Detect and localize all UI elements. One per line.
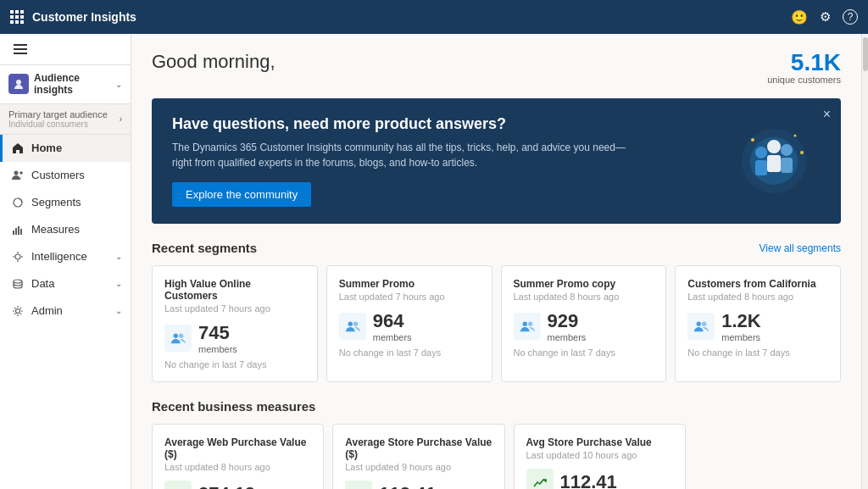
audience-section[interactable]: Audience insights ⌄	[0, 65, 131, 104]
waffle-icon[interactable]	[10, 10, 24, 24]
sidebar-label-home: Home	[31, 142, 62, 154]
svg-point-21	[794, 135, 797, 137]
sidebar: Audience insights ⌄ Primary target audie…	[0, 34, 131, 489]
svg-point-11	[16, 308, 20, 313]
view-all-segments-link[interactable]: View all segments	[760, 242, 842, 254]
measure-name-2: Avg Store Purchase Value	[526, 436, 673, 448]
svg-point-9	[15, 254, 20, 259]
banner-illustration	[727, 123, 821, 199]
svg-point-16	[781, 144, 793, 156]
sidebar-label-customers: Customers	[31, 169, 85, 181]
app-body: Audience insights ⌄ Primary target audie…	[0, 34, 868, 489]
measure-metric-1: 112.41	[345, 481, 492, 489]
greeting: Good morning,	[152, 51, 275, 73]
unique-label: unique customers	[767, 75, 841, 85]
settings-icon[interactable]: ⚙	[820, 9, 831, 25]
sidebar-item-home[interactable]: Home	[0, 135, 131, 162]
sidebar-item-segments[interactable]: Segments	[0, 189, 131, 216]
svg-point-26	[353, 322, 358, 326]
measure-card-1: Average Store Purchase Value ($) Last up…	[332, 424, 504, 489]
unique-count: 5.1K	[767, 51, 841, 75]
intelligence-icon	[11, 250, 25, 264]
svg-point-30	[702, 322, 706, 326]
help-icon[interactable]: ?	[843, 9, 858, 25]
banner-content: Have questions, need more product answer…	[172, 115, 647, 207]
sidebar-item-intelligence[interactable]: Intelligence ⌄	[0, 243, 131, 270]
primary-target-chevron-icon[interactable]: ›	[120, 114, 122, 124]
emoji-icon[interactable]: 🙂	[791, 9, 808, 25]
primary-target-section: Primary target audience Individual consu…	[0, 104, 131, 135]
svg-rect-19	[767, 155, 781, 172]
segment-icon-3	[687, 313, 715, 340]
measure-icon-2	[526, 469, 554, 489]
svg-point-22	[800, 151, 804, 154]
sidebar-item-admin[interactable]: Admin ⌄	[0, 297, 131, 325]
segment-updated-2: Last updated 8 hours ago	[514, 292, 654, 302]
svg-point-1	[16, 80, 21, 85]
hamburger-icon	[14, 44, 27, 54]
audience-chevron-icon[interactable]: ⌄	[115, 80, 122, 89]
segment-card-2: Summer Promo copy Last updated 8 hours a…	[501, 265, 667, 382]
unique-customers-stat: 5.1K unique customers	[767, 51, 841, 85]
segment-change-3: No change in last 7 days	[687, 347, 828, 358]
customers-icon	[11, 169, 25, 182]
segment-name-3: Customers from California	[687, 278, 828, 290]
svg-rect-5	[13, 231, 14, 235]
segment-metric-0: 745 members	[164, 322, 305, 354]
svg-point-10	[14, 280, 22, 283]
svg-point-29	[697, 322, 701, 326]
segment-change-2: No change in last 7 days	[514, 347, 654, 358]
segment-metric-3: 1.2K members	[687, 310, 828, 342]
scrollbar[interactable]	[861, 34, 868, 489]
svg-point-2	[14, 170, 19, 175]
top-nav: Customer Insights 🙂 ⚙ ?	[0, 0, 868, 34]
measure-name-1: Average Store Purchase Value ($)	[345, 436, 492, 460]
nav-items: Home Customers Segments Me	[0, 135, 131, 489]
svg-point-23	[174, 334, 178, 338]
admin-icon	[11, 304, 25, 318]
main-header: Good morning, 5.1K unique customers	[152, 51, 841, 85]
sidebar-menu-button[interactable]	[10, 41, 31, 58]
segment-name-1: Summer Promo	[339, 278, 480, 290]
scrollbar-thumb[interactable]	[863, 37, 868, 71]
segment-number-1: 964 members	[373, 310, 412, 342]
segment-name-2: Summer Promo copy	[514, 278, 654, 290]
explore-community-button[interactable]: Explore the community	[172, 182, 311, 207]
recent-segments-header: Recent segments View all segments	[152, 241, 841, 255]
intelligence-expand-icon: ⌄	[115, 252, 122, 261]
measure-updated-1: Last updated 9 hours ago	[345, 462, 492, 472]
top-nav-left: Customer Insights	[10, 10, 136, 24]
segment-icon-0	[164, 325, 192, 352]
recent-segments-section: Recent segments View all segments High V…	[152, 241, 841, 382]
sidebar-item-customers[interactable]: Customers	[0, 162, 131, 189]
measure-name-0: Average Web Purchase Value ($)	[164, 436, 311, 460]
sidebar-item-measures[interactable]: Measures	[0, 216, 131, 243]
data-expand-icon: ⌄	[115, 279, 122, 288]
segment-updated-0: Last updated 7 hours ago	[164, 303, 305, 314]
top-nav-right: 🙂 ⚙ ?	[791, 9, 858, 25]
sidebar-header	[0, 34, 131, 65]
banner-title: Have questions, need more product answer…	[172, 115, 647, 133]
svg-point-25	[348, 322, 352, 326]
home-icon	[11, 142, 25, 155]
segment-change-0: No change in last 7 days	[164, 359, 305, 370]
svg-point-3	[19, 171, 23, 175]
recent-measures-section: Recent business measures Average Web Pur…	[152, 399, 841, 489]
segment-card-1: Summer Promo Last updated 7 hours ago	[326, 265, 492, 382]
measure-metric-0: 274.19	[164, 481, 311, 489]
segment-updated-1: Last updated 7 hours ago	[339, 292, 480, 302]
audience-text: Audience insights	[34, 72, 110, 97]
sidebar-item-data[interactable]: Data ⌄	[0, 270, 131, 297]
banner-close-button[interactable]: ×	[823, 107, 831, 122]
svg-rect-17	[781, 158, 793, 173]
svg-point-14	[755, 147, 767, 158]
measure-number-2: 112.41	[560, 471, 617, 489]
measure-number-1: 112.41	[379, 483, 436, 489]
segment-card-3: Customers from California Last updated 8…	[675, 265, 841, 382]
svg-point-20	[751, 138, 754, 142]
svg-rect-7	[18, 226, 19, 235]
measure-updated-2: Last updated 10 hours ago	[526, 450, 673, 460]
sidebar-label-measures: Measures	[31, 223, 80, 236]
svg-rect-8	[20, 229, 22, 235]
admin-expand-icon: ⌄	[115, 306, 122, 315]
